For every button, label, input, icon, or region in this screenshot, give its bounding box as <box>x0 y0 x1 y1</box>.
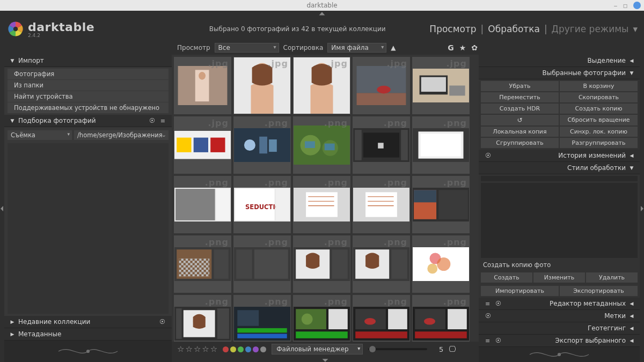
sort-direction-icon[interactable]: ▲ <box>391 44 398 51</box>
btn-duplicate[interactable]: Создать копию <box>560 104 638 114</box>
collect-rule-path[interactable]: /home/serge/Изображения <box>74 130 169 140</box>
btn-sync-local[interactable]: Синхр. лок. копию <box>560 127 638 137</box>
thumbnail[interactable]: .png <box>353 176 410 233</box>
star-icon[interactable]: ☆ <box>185 344 192 354</box>
color-dot[interactable] <box>245 346 251 352</box>
btn-ungroup[interactable]: Разгруппировать <box>560 138 638 148</box>
panel-collapse-bottom[interactable] <box>172 357 479 362</box>
thumbnail[interactable]: .png <box>293 235 350 293</box>
menu-icon[interactable]: ≡ <box>160 117 165 124</box>
styles-search[interactable] <box>481 176 638 181</box>
module-select-header[interactable]: Выделение ◀ <box>479 55 640 67</box>
color-dot[interactable] <box>260 346 266 352</box>
thumbnail[interactable]: .png <box>293 176 350 233</box>
btn-rotate-ccw[interactable]: ↺ <box>481 115 559 125</box>
btn-reset-rotation[interactable]: Сбросить вращение <box>560 115 638 125</box>
thumbnail[interactable]: .png <box>353 116 410 174</box>
import-item[interactable]: Из папки <box>8 80 169 91</box>
import-item[interactable]: Фотография <box>8 69 169 79</box>
thumbnail[interactable]: .png <box>174 176 231 233</box>
collect-rule-type[interactable]: Съёмка <box>8 130 72 140</box>
chevron-down-icon[interactable]: ▾ <box>633 24 638 34</box>
btn-style-delete[interactable]: Удалить <box>586 272 638 283</box>
thumbnail[interactable]: .png <box>353 295 410 342</box>
color-dot[interactable] <box>223 346 229 352</box>
thumbnail[interactable]: .png <box>293 295 350 342</box>
thumbnail[interactable]: .png SEDUCTION <box>233 176 291 233</box>
group-icon[interactable]: G <box>448 43 454 52</box>
reset-icon[interactable]: ⦿ <box>485 313 491 320</box>
display-icon[interactable]: 🖵 <box>449 345 456 353</box>
maximize-icon[interactable]: ▫ <box>623 3 628 8</box>
collect-results[interactable] <box>8 143 169 314</box>
thumbnail[interactable]: .png <box>412 235 470 293</box>
star-icon[interactable]: ★ <box>459 43 466 52</box>
star-icon[interactable]: ☆ <box>202 344 209 354</box>
module-export-header[interactable]: ≡ ⦿ Экспорт выбранного ◀ <box>479 335 640 347</box>
module-tags-header[interactable]: ⦿ Метки ◀ <box>479 310 640 322</box>
panel-collapse-left[interactable] <box>0 55 4 362</box>
btn-local-copy[interactable]: Локальная копия <box>481 127 559 137</box>
btn-move[interactable]: Переместить <box>481 92 559 102</box>
color-dot[interactable] <box>230 346 236 352</box>
thumbnail[interactable]: .jpg <box>233 57 291 114</box>
module-selected-header[interactable]: Выбранные фотографии ▼ <box>479 67 640 79</box>
thumbnail[interactable]: .png <box>233 295 291 342</box>
thumbnail[interactable]: .png <box>353 235 410 293</box>
thumbnail[interactable]: .png <box>174 235 231 293</box>
reset-icon[interactable]: ⦿ <box>495 300 501 307</box>
filter-sort-dropdown[interactable]: Имя файла <box>327 43 386 53</box>
module-geo-header[interactable]: Геотеггинг ◀ <box>479 322 640 335</box>
filter-view-dropdown[interactable]: Все <box>215 43 279 53</box>
star-icon[interactable]: ☆ <box>194 344 201 354</box>
zoom-slider[interactable] <box>368 348 427 350</box>
btn-style-export[interactable]: Экспортировать <box>560 286 638 296</box>
btn-style-import[interactable]: Импортировать <box>481 286 559 296</box>
thumbnail[interactable]: .jpg <box>293 57 350 114</box>
menu-icon[interactable]: ≡ <box>485 300 490 307</box>
color-dot[interactable] <box>238 346 244 352</box>
module-meta-editor-header[interactable]: ≡ ⦿ Редактор метаданных ◀ <box>479 298 640 310</box>
thumbnail[interactable]: .png <box>412 295 470 342</box>
btn-copy[interactable]: Скопировать <box>560 92 638 102</box>
reset-icon[interactable]: ⦿ <box>485 152 491 159</box>
tab-other-modes[interactable]: Другие режимы <box>550 24 631 34</box>
btn-trash[interactable]: В корзину <box>560 81 638 91</box>
btn-hdr[interactable]: Создать HDR <box>481 104 559 114</box>
panel-collapse-top[interactable] <box>0 11 644 17</box>
thumbnail[interactable]: .png <box>233 235 291 293</box>
module-metadata-header[interactable]: ▶ Метаданные <box>4 328 172 341</box>
module-recent-header[interactable]: ▶ Недавние коллекции ⦿ <box>4 316 172 328</box>
rating-stars[interactable]: ☆ ☆ ☆ ☆ ☆ <box>177 344 217 354</box>
import-item[interactable]: Найти устройства <box>8 91 169 102</box>
thumbnail[interactable]: .png <box>174 295 231 342</box>
styles-list[interactable] <box>481 183 638 258</box>
reset-icon[interactable]: ⦿ <box>495 337 501 344</box>
btn-style-create[interactable]: Создать <box>481 272 532 283</box>
panel-collapse-right[interactable] <box>640 55 644 362</box>
reset-icon[interactable]: ⦿ <box>159 319 165 326</box>
color-dot[interactable] <box>253 346 259 352</box>
layout-mode-dropdown[interactable]: Файловый менеджер <box>272 344 363 354</box>
module-styles-header[interactable]: Стили обработки ▼ <box>479 162 640 174</box>
module-history-header[interactable]: ⦿ История изменений ◀ <box>479 150 640 162</box>
module-import-header[interactable]: ▼ Импорт <box>4 55 172 67</box>
minimize-icon[interactable]: – <box>614 3 618 8</box>
close-icon[interactable] <box>633 2 641 9</box>
tab-darkroom[interactable]: Обработка <box>486 24 542 34</box>
gear-icon[interactable]: ✿ <box>471 43 478 52</box>
thumbnail-grid[interactable]: .jpg .jpg .jpg .jpg .jpg <box>172 55 479 342</box>
star-icon[interactable]: ☆ <box>210 344 217 354</box>
btn-style-edit[interactable]: Изменить <box>533 272 585 283</box>
module-collect-header[interactable]: ▼ Подборка фотографий ⦿ ≡ <box>4 115 172 127</box>
reset-icon[interactable]: ⦿ <box>149 117 155 124</box>
thumbnail[interactable]: .png <box>233 116 291 174</box>
thumbnail[interactable]: .png <box>412 176 470 233</box>
tab-lighttable[interactable]: Просмотр <box>427 24 478 34</box>
thumbnail[interactable]: .png <box>412 116 470 174</box>
thumbnail[interactable]: .jpg <box>412 57 470 114</box>
thumbnail[interactable]: .jpg <box>174 116 231 174</box>
star-icon[interactable]: ☆ <box>177 344 184 354</box>
thumbnail[interactable]: .png <box>293 116 350 174</box>
btn-remove[interactable]: Убрать <box>481 81 559 91</box>
